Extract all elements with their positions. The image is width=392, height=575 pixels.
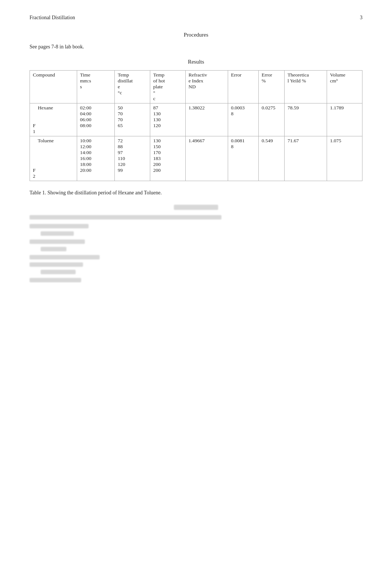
col-header-refractive-index: Refractive IndexND — [185, 71, 228, 103]
blurred-line-4 — [41, 231, 74, 236]
error-cell-hexane: 0.00038 — [228, 103, 258, 136]
document-title: Fractional Distillation — [30, 15, 75, 21]
compound-cell-hexane: HexaneF1 — [30, 103, 77, 136]
results-title: Results — [30, 59, 362, 65]
refractive-index-cell-hexane: 1.38022 — [185, 103, 228, 136]
blurred-line-5 — [30, 239, 85, 244]
temp-distillate-cell-toluene: 72889711012099 — [115, 136, 150, 181]
error-pct-cell-hexane: 0.0275 — [258, 103, 284, 136]
blurred-line-7 — [30, 255, 100, 259]
page-header: Fractional Distillation 3 — [30, 15, 362, 21]
blurred-line-10 — [30, 278, 81, 282]
refractive-index-cell-toluene: 1.49667 — [185, 136, 228, 181]
col-header-temp-hotplate: Tempof hotplate°c — [150, 71, 185, 103]
col-header-compound: Compound — [30, 71, 77, 103]
blurred-content — [30, 205, 362, 282]
col-header-volume: Volumecm³ — [327, 71, 362, 103]
table-row-toluene: TolueneF2 10:0012:0014:0016:0018:0020:00… — [30, 136, 362, 181]
temp-hotplate-cell-toluene: 130150170183200200 — [150, 136, 185, 181]
error-cell-toluene: 0.00818 — [228, 136, 258, 181]
table-caption: Table 1. Showing the distillation period… — [30, 190, 362, 196]
blurred-line-3 — [30, 224, 89, 228]
table-header-row: Compound Timemm:ss Tempdistillate°c Temp… — [30, 71, 362, 103]
page-number: 3 — [360, 15, 362, 21]
blurred-line-2 — [30, 215, 221, 220]
blurred-line-6 — [41, 247, 66, 251]
temp-hotplate-cell-hexane: 87130130120 — [150, 103, 185, 136]
col-header-time: Timemm:ss — [77, 71, 114, 103]
col-header-theoretical-yield: Theoretical Yeild % — [285, 71, 327, 103]
col-header-error-pct: Error% — [258, 71, 284, 103]
volume-cell-hexane: 1.1789 — [327, 103, 362, 136]
volume-cell-toluene: 1.075 — [327, 136, 362, 181]
blurred-line-1 — [174, 205, 218, 210]
col-header-error: Error — [228, 71, 258, 103]
time-cell-toluene: 10:0012:0014:0016:0018:0020:00 — [77, 136, 114, 181]
time-cell-hexane: 02:0004:0006:0008:00 — [77, 103, 114, 136]
theoretical-yield-cell-hexane: 78.59 — [285, 103, 327, 136]
blurred-line-9 — [41, 270, 76, 274]
temp-distillate-cell-hexane: 50707065 — [115, 103, 150, 136]
col-header-temp-distillate: Tempdistillate°c — [115, 71, 150, 103]
blurred-line-8 — [30, 262, 83, 267]
compound-cell-toluene: TolueneF2 — [30, 136, 77, 181]
theoretical-yield-cell-toluene: 71.67 — [285, 136, 327, 181]
see-pages-text: See pages 7-8 in lab book. — [30, 44, 362, 50]
procedures-title: Procedures — [30, 32, 362, 38]
results-table: Compound Timemm:ss Tempdistillate°c Temp… — [30, 70, 362, 181]
error-pct-cell-toluene: 0.549 — [258, 136, 284, 181]
table-row-hexane: HexaneF1 02:0004:0006:0008:00 50707065 8… — [30, 103, 362, 136]
